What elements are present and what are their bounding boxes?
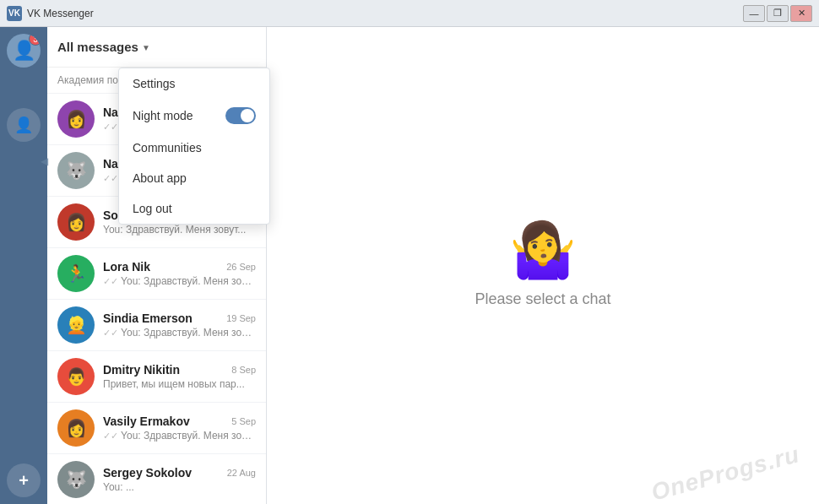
chat-avatar: 🐺 bbox=[57, 461, 95, 498]
plus-icon: + bbox=[19, 471, 29, 490]
chat-avatar: 👱 bbox=[57, 306, 95, 344]
main-chat-area: 🤷‍♀️ Please select a chat bbox=[267, 27, 819, 504]
chat-avatar: 🐺 bbox=[57, 152, 95, 189]
chat-name: Sindia Emerson bbox=[103, 312, 193, 325]
contacts-icon[interactable]: 👤 bbox=[7, 108, 41, 142]
chat-item[interactable]: 🏃 Lora Nik 26 Sep ✓✓ You: Здравствуй. Ме… bbox=[47, 248, 266, 300]
chat-list-panel: All messages ▼ Академия по Па... Setting… bbox=[47, 27, 267, 504]
night-mode-toggle[interactable] bbox=[225, 107, 256, 124]
chat-preview: ✓✓ You: Здравствуй. Меня зовут... bbox=[103, 275, 256, 287]
icon-sidebar: 👤 3 👤 + bbox=[0, 27, 47, 504]
chat-date: 22 Aug bbox=[227, 468, 256, 478]
menu-item-night-mode[interactable]: Night mode bbox=[119, 99, 269, 133]
menu-item-communities[interactable]: Communities bbox=[119, 133, 269, 163]
minimize-button[interactable]: — bbox=[743, 5, 765, 22]
about-label: About app bbox=[133, 171, 187, 185]
settings-label: Settings bbox=[133, 77, 176, 90]
chat-preview: You: Здравствуй. Меня зовут... bbox=[103, 224, 256, 236]
notification-badge: 3 bbox=[29, 34, 41, 46]
app-body: 👤 3 👤 + ◀ All messages ▼ Академия по Па.… bbox=[0, 27, 819, 504]
chat-preview: ✓✓ You: Здравствуй. Меня зовут... bbox=[103, 327, 256, 339]
app-title: VK Messenger bbox=[27, 8, 94, 19]
titlebar: VK VK Messenger — ❐ ✕ bbox=[0, 0, 819, 27]
chat-avatar: 👩 bbox=[57, 100, 95, 138]
dropdown-menu: Settings Night mode Communities About ap… bbox=[118, 68, 270, 225]
chat-item[interactable]: 👩 Vasily Ermakov 5 Sep ✓✓ You: Здравству… bbox=[47, 403, 266, 454]
chat-date: 26 Sep bbox=[226, 262, 256, 272]
chat-preview: You: ... bbox=[103, 481, 256, 493]
chat-preview: ✓✓ You: Здравствуй. Меня зовут... bbox=[103, 430, 256, 442]
maximize-button[interactable]: ❐ bbox=[767, 5, 789, 22]
chat-avatar: 👩 bbox=[57, 203, 95, 241]
chat-info: Vasily Ermakov 5 Sep ✓✓ You: Здравствуй.… bbox=[103, 415, 256, 442]
chat-item[interactable]: 👱 Sindia Emerson 19 Sep ✓✓ You: Здравств… bbox=[47, 300, 266, 351]
chat-name: Vasily Ermakov bbox=[103, 415, 190, 428]
user-avatar[interactable]: 👤 3 bbox=[7, 34, 41, 68]
chat-list-header[interactable]: All messages ▼ bbox=[47, 27, 266, 68]
menu-item-settings[interactable]: Settings bbox=[119, 68, 269, 99]
sidebar-toggle-arrow[interactable]: ◀ bbox=[41, 155, 47, 167]
add-chat-button[interactable]: + bbox=[7, 463, 41, 497]
chat-preview: Привет, мы ищем новых пар... bbox=[103, 378, 256, 390]
chat-item[interactable]: 🐺 Sergey Sokolov 22 Aug You: ... bbox=[47, 454, 266, 504]
chat-name: Lora Nik bbox=[103, 260, 150, 274]
chat-info: Lora Nik 26 Sep ✓✓ You: Здравствуй. Меня… bbox=[103, 260, 256, 287]
close-button[interactable]: ✕ bbox=[790, 5, 812, 22]
chat-avatar: 👩 bbox=[57, 409, 95, 447]
chat-item[interactable]: 👨 Dmitry Nikitin 8 Sep Привет, мы ищем н… bbox=[47, 351, 266, 403]
chat-info: Dmitry Nikitin 8 Sep Привет, мы ищем нов… bbox=[103, 363, 256, 390]
night-mode-label: Night mode bbox=[133, 109, 193, 122]
caret-icon: ▼ bbox=[142, 43, 150, 52]
titlebar-left: VK VK Messenger bbox=[7, 6, 94, 21]
menu-item-about[interactable]: About app bbox=[119, 163, 269, 193]
chat-name: Dmitry Nikitin bbox=[103, 363, 180, 377]
app-icon: VK bbox=[7, 6, 22, 21]
chat-info: Sindia Emerson 19 Sep ✓✓ You: Здравствуй… bbox=[103, 312, 256, 339]
window-controls: — ❐ ✕ bbox=[743, 5, 812, 22]
menu-item-logout[interactable]: Log out bbox=[119, 193, 269, 224]
chat-date: 8 Sep bbox=[231, 365, 256, 375]
logout-label: Log out bbox=[133, 202, 172, 215]
chat-date: 19 Sep bbox=[226, 313, 256, 323]
chat-avatar: 🏃 bbox=[57, 255, 95, 292]
chat-date: 5 Sep bbox=[231, 416, 256, 426]
chat-name: Sergey Sokolov bbox=[103, 466, 192, 480]
empty-state-emoji: 🤷‍♀️ bbox=[509, 223, 577, 277]
chat-avatar: 👨 bbox=[57, 358, 95, 395]
header-title: All messages bbox=[57, 40, 138, 54]
empty-state-text: Please select a chat bbox=[475, 290, 610, 308]
communities-label: Communities bbox=[133, 141, 202, 154]
chat-info: Sergey Sokolov 22 Aug You: ... bbox=[103, 466, 256, 493]
